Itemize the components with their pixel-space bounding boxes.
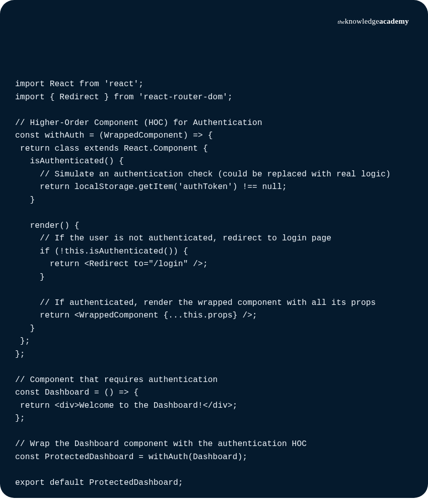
brand-academy: academy — [379, 17, 409, 25]
brand-the: the — [337, 19, 344, 25]
brand-knowledge: knowledge — [345, 17, 380, 25]
code-content: import React from 'react'; import { Redi… — [15, 78, 413, 489]
brand-logo: theknowledgeacademy — [337, 17, 409, 26]
code-snippet-card: theknowledgeacademy import React from 'r… — [0, 0, 428, 498]
